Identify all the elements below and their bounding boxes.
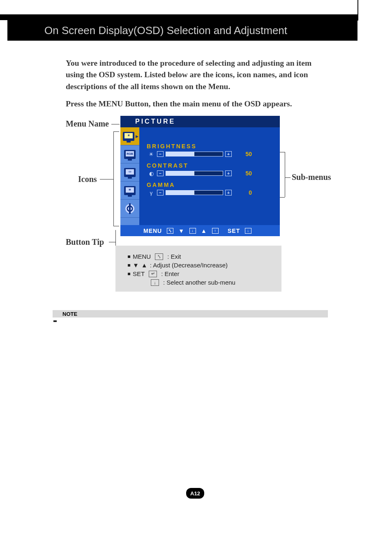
tip-text: : Adjust (Decrease/Increase) xyxy=(150,262,228,269)
gamma-icon: γ xyxy=(147,190,156,196)
tip-row: SET ↵ : Enter xyxy=(128,270,274,277)
page-title: On Screen Display(OSD) Selection and Adj… xyxy=(7,20,357,41)
note-heading: NOTE xyxy=(53,310,328,317)
osd-panel: BRIGHTNESS ☀ − + 50 CONTRAST ◐ − + 50 xyxy=(139,127,280,225)
page-number: A12 xyxy=(186,488,204,499)
decrease-button[interactable]: − xyxy=(157,170,164,176)
tip-text: : Exit xyxy=(167,253,181,260)
callout-line xyxy=(113,131,114,226)
exit-icon: ⤣ xyxy=(167,228,173,234)
footer-menu-label: MENU xyxy=(143,228,162,234)
down-triangle-icon: ▼ xyxy=(178,228,184,234)
callout-line xyxy=(280,152,285,152)
footer-set-label: SET xyxy=(228,228,240,234)
bullet-icon xyxy=(128,255,130,258)
wave-icon[interactable]: ≋ xyxy=(120,182,139,200)
value-readout: 0 xyxy=(237,189,252,196)
press-paragraph: Press the MENU Button, then the main men… xyxy=(66,99,329,108)
bullet-icon xyxy=(128,273,130,275)
label-icons: Icons xyxy=(78,175,97,184)
corner-mark xyxy=(357,0,358,21)
down-arrow-icon: ↓ xyxy=(151,279,159,286)
value-readout: 50 xyxy=(237,151,252,157)
enter-icon: ↵ xyxy=(149,271,157,277)
gear-icon[interactable] xyxy=(120,200,139,218)
label-submenus: Sub-menus xyxy=(292,173,331,182)
osd-menu-title: PICTURE xyxy=(120,116,280,127)
up-triangle-icon: ▲ xyxy=(141,262,148,269)
note-bullet xyxy=(53,320,57,322)
decrease-button[interactable]: − xyxy=(157,190,164,196)
brightness-icon: ☀ xyxy=(147,151,156,157)
slider-track[interactable] xyxy=(166,171,223,176)
intro-paragraph: You were introduced to the procedure of … xyxy=(66,58,329,92)
slider-track[interactable] xyxy=(166,190,223,195)
submenu-brightness: BRIGHTNESS ☀ − + 50 xyxy=(147,143,273,157)
button-tip-panel: MENU ⤣ : Exit ▼ ▲ : Adjust (Decrease/Inc… xyxy=(115,246,281,292)
osd-window: PICTURE ☀ RGB ▭ ≋ BRIGHTNESS ☀ − + 50 CO… xyxy=(120,116,280,236)
banner-top-stripe xyxy=(0,14,357,20)
note-label: NOTE xyxy=(62,311,77,317)
tip-menu-label: MENU xyxy=(133,253,151,260)
label-button-tip: Button Tip xyxy=(66,237,104,247)
down-key-icon: ↓ xyxy=(189,228,196,234)
callout-line xyxy=(113,131,119,132)
label-menu-name: Menu Name xyxy=(66,119,109,129)
increase-button[interactable]: + xyxy=(225,151,232,157)
tip-row: ↓ : Select another sub-menu xyxy=(128,279,274,286)
submenu-label: BRIGHTNESS xyxy=(147,143,273,150)
callout-line xyxy=(285,177,291,178)
submenu-gamma: GAMMA γ − + 0 xyxy=(147,182,273,196)
increase-button[interactable]: + xyxy=(225,170,232,176)
increase-button[interactable]: + xyxy=(225,190,232,196)
tip-text: : Enter xyxy=(161,270,179,277)
enter-key-icon: ↓ xyxy=(245,228,251,234)
tip-row: MENU ⤣ : Exit xyxy=(128,253,274,260)
screen-icon[interactable]: ▭ xyxy=(120,163,139,182)
tip-row: ▼ ▲ : Adjust (Decrease/Increase) xyxy=(128,262,274,269)
callout-line xyxy=(111,124,120,124)
contrast-icon: ◐ xyxy=(147,170,156,177)
down-triangle-icon: ▼ xyxy=(133,262,139,269)
page-number-text: A12 xyxy=(190,490,200,497)
osd-icons-column: ☀ RGB ▭ ≋ xyxy=(120,127,139,225)
value-readout: 50 xyxy=(237,170,252,177)
rgb-icon[interactable]: RGB xyxy=(120,145,139,163)
slider-track[interactable] xyxy=(166,152,223,156)
decrease-button[interactable]: − xyxy=(157,151,164,157)
callout-line xyxy=(109,242,115,242)
callout-line xyxy=(280,197,285,198)
submenu-label: CONTRAST xyxy=(147,162,273,169)
up-key-icon: ↑ xyxy=(212,228,219,234)
submenu-label: GAMMA xyxy=(147,182,273,188)
tip-set-label: SET xyxy=(133,270,145,277)
callout-line xyxy=(100,179,113,179)
osd-body: ☀ RGB ▭ ≋ BRIGHTNESS ☀ − + 50 CONTRAST ◐ xyxy=(120,127,280,225)
bullet-icon xyxy=(128,264,130,267)
osd-footer: MENU ⤣ ▼↓ ▲↑ SET ↓ xyxy=(120,225,280,236)
up-triangle-icon: ▲ xyxy=(201,228,207,234)
submenu-contrast: CONTRAST ◐ − + 50 xyxy=(147,162,273,177)
tip-text: : Select another sub-menu xyxy=(163,279,235,286)
callout-line xyxy=(285,152,285,197)
callout-line xyxy=(113,226,119,226)
exit-icon: ⤣ xyxy=(155,253,163,260)
page-title-text: On Screen Display(OSD) Selection and Adj… xyxy=(44,24,287,37)
sun-icon[interactable]: ☀ xyxy=(120,127,139,145)
